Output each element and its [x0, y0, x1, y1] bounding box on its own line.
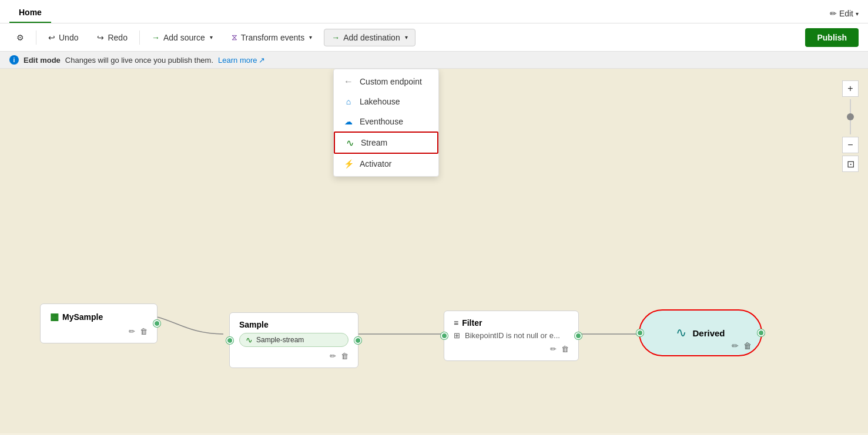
pencil-icon: ✏	[830, 9, 837, 18]
gear-icon: ⚙	[16, 33, 24, 42]
divider-2	[139, 31, 140, 45]
derived-stream-icon: ∿	[676, 325, 686, 340]
external-link-icon: ↗	[259, 56, 265, 65]
edit-mode-label: Edit mode	[24, 56, 61, 65]
filter-title: ≡ Filter	[454, 318, 569, 328]
tab-bar: Home ✏ Edit ▾	[0, 0, 868, 23]
custom-endpoint-icon: ←	[343, 76, 354, 87]
redo-button[interactable]: ↪ Redo	[90, 29, 134, 46]
derived-edit-icon[interactable]: ✏	[732, 341, 739, 350]
info-icon: i	[9, 55, 19, 65]
dropdown-stream[interactable]: ∿ Stream	[334, 131, 438, 154]
zoom-out-button[interactable]: −	[842, 137, 859, 153]
filter-delete-icon[interactable]: 🗑	[561, 345, 569, 353]
derived-delete-icon[interactable]: 🗑	[743, 341, 752, 350]
filter-edit-icon[interactable]: ✏	[550, 345, 557, 353]
sample-node: Sample ∿ Sample-stream ✏ 🗑	[229, 312, 358, 368]
transform-icon: ⧖	[232, 32, 237, 42]
mysample-node: ▦ MySample ✏ 🗑	[40, 304, 157, 343]
bar-chart-icon: ▦	[50, 311, 59, 322]
add-destination-dropdown: ← Custom endpoint ⌂ Lakehouse ☁ Eventhou…	[333, 69, 439, 177]
zoom-in-button[interactable]: +	[842, 80, 859, 97]
filter-node: ≡ Filter ⊞ BikepointID is not null or e.…	[444, 311, 579, 361]
sample-title: Sample	[239, 320, 348, 329]
add-destination-icon: →	[331, 33, 340, 42]
sample-actions: ✏ 🗑	[239, 352, 348, 360]
derived-in-connector[interactable]	[636, 329, 644, 336]
mysample-delete-icon[interactable]: 🗑	[140, 327, 148, 336]
add-source-icon: →	[152, 33, 160, 42]
redo-icon: ↪	[97, 33, 104, 42]
undo-button[interactable]: ↩ Undo	[41, 29, 85, 46]
chevron-down-icon: ▾	[309, 34, 312, 41]
activator-icon: ⚡	[343, 159, 354, 169]
chevron-down-icon: ▾	[856, 11, 859, 17]
chevron-down-icon: ▾	[210, 34, 213, 41]
zoom-slider-thumb[interactable]	[847, 113, 854, 120]
sample-in-connector[interactable]	[226, 337, 233, 344]
derived-node: ∿ Derived ✏ 🗑	[639, 309, 762, 356]
info-bar: i Edit mode Changes will go live once yo…	[0, 52, 868, 69]
eventhouse-icon: ☁	[343, 116, 354, 127]
filter-in-connector[interactable]	[441, 332, 448, 339]
edit-button[interactable]: ✏ Edit ▾	[830, 9, 859, 23]
toolbar: ⚙ ↩ Undo ↪ Redo → Add source ▾ ⧖ Transfo…	[0, 23, 868, 52]
settings-button[interactable]: ⚙	[9, 29, 31, 46]
sample-edit-icon[interactable]: ✏	[330, 352, 336, 360]
canvas: ▦ MySample ✏ 🗑 Sample ∿ Sample-stream ✏ …	[0, 69, 868, 433]
derived-out-connector[interactable]	[758, 329, 765, 336]
filter-out-connector[interactable]	[575, 332, 582, 339]
add-destination-button[interactable]: → Add destination ▾	[324, 29, 415, 46]
transform-events-button[interactable]: ⧖ Transform events ▾	[224, 29, 319, 46]
stream-tag-icon: ∿	[246, 335, 253, 345]
chevron-down-icon: ▾	[405, 34, 408, 41]
learn-more-link[interactable]: Learn more ↗	[218, 56, 264, 65]
publish-button[interactable]: Publish	[805, 28, 859, 47]
mysample-title: ▦ MySample	[50, 311, 148, 322]
zoom-controls: + − ⊡	[842, 80, 859, 172]
mysample-out-connector[interactable]	[153, 320, 160, 327]
zoom-fit-button[interactable]: ⊡	[842, 156, 859, 172]
dropdown-lakehouse[interactable]: ⌂ Lakehouse	[334, 92, 438, 112]
info-message: Changes will go live once you publish th…	[65, 56, 213, 65]
sample-out-connector[interactable]	[354, 337, 361, 344]
dropdown-custom-endpoint[interactable]: ← Custom endpoint	[334, 72, 438, 92]
dropdown-eventhouse[interactable]: ☁ Eventhouse	[334, 112, 438, 131]
dropdown-activator[interactable]: ⚡ Activator	[334, 154, 438, 174]
add-source-button[interactable]: → Add source ▾	[145, 29, 220, 46]
stream-icon: ∿	[344, 137, 355, 148]
filter-actions: ✏ 🗑	[454, 345, 569, 353]
zoom-slider-track	[850, 99, 851, 134]
mysample-actions: ✏ 🗑	[50, 327, 148, 336]
lakehouse-icon: ⌂	[343, 96, 354, 107]
divider-1	[36, 31, 36, 45]
derived-actions: ✏ 🗑	[732, 341, 752, 350]
sample-delete-icon[interactable]: 🗑	[341, 352, 348, 360]
mysample-edit-icon[interactable]: ✏	[129, 327, 135, 336]
sample-tag: ∿ Sample-stream	[239, 333, 348, 347]
filter-condition: ⊞ BikepointID is not null or e...	[454, 331, 569, 340]
filter-icon: ≡	[454, 318, 458, 328]
tab-home[interactable]: Home	[9, 3, 51, 23]
undo-icon: ↩	[48, 33, 55, 42]
filter-condition-icon: ⊞	[454, 331, 460, 340]
